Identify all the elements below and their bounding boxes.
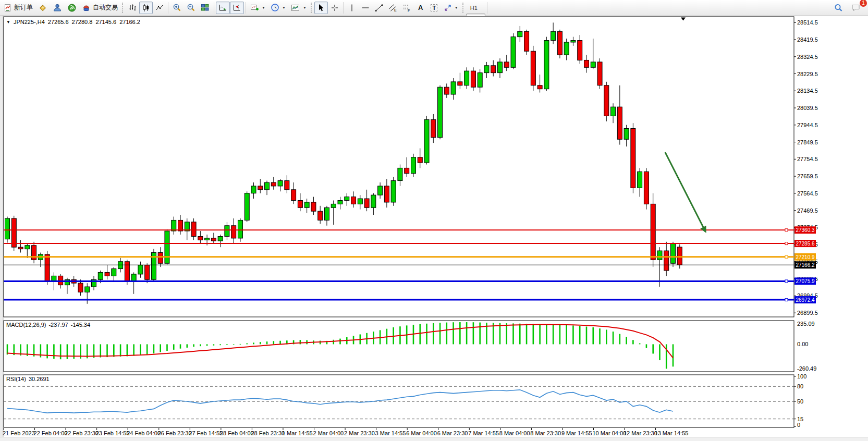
collapse-icon[interactable]: ▼ xyxy=(6,20,10,24)
candle-body xyxy=(78,283,83,292)
auto-scroll-button[interactable] xyxy=(216,2,230,14)
time-label: 24 Feb 04:00 xyxy=(127,430,161,436)
candle-body xyxy=(378,186,383,195)
toolbar-grip xyxy=(311,3,313,13)
search-button[interactable] xyxy=(831,2,846,14)
vertical-line-tool-button[interactable] xyxy=(345,2,359,14)
candle-body xyxy=(604,85,609,116)
auto-trading-button[interactable]: 自动交易 xyxy=(79,2,120,14)
zoom-out-icon xyxy=(187,3,195,12)
candle xyxy=(597,58,602,89)
cursor-tool-button[interactable] xyxy=(314,2,328,14)
candle xyxy=(411,154,415,177)
candle-body xyxy=(85,287,90,292)
candle-body xyxy=(418,157,422,163)
candle-body xyxy=(411,157,415,174)
time-axis[interactable]: 21 Feb 202322 Feb 04:0022 Feb 23:3023 Fe… xyxy=(3,428,688,436)
trendline-tool-button[interactable] xyxy=(372,2,386,14)
candle-body xyxy=(65,279,69,285)
line-chart-icon xyxy=(155,4,164,12)
candle-body xyxy=(424,119,429,163)
candle-body xyxy=(238,220,242,238)
macd-bar xyxy=(200,344,201,346)
macd-bar xyxy=(512,323,514,344)
candle xyxy=(604,82,609,121)
macd-bar xyxy=(133,344,135,356)
timeframe-h1[interactable]: H1 xyxy=(466,2,485,14)
main-toolbar: 新订单 自动交易 xyxy=(0,0,868,16)
macd-bar xyxy=(339,339,341,345)
price-axis[interactable]: 28514.528419.528324.528229.528134.528039… xyxy=(794,19,818,316)
ohlc-close: 27166.2 xyxy=(119,19,140,25)
candle-body xyxy=(497,62,502,73)
fibo-letter-F: F xyxy=(408,8,410,12)
macd-bar xyxy=(546,324,547,344)
macd-bar xyxy=(426,324,427,345)
zoom-in-button[interactable] xyxy=(170,2,184,14)
price-tick-label: 27564.5 xyxy=(797,190,818,197)
macd-bar xyxy=(219,344,221,345)
signals-button[interactable] xyxy=(65,2,79,14)
macd-bar xyxy=(53,344,55,359)
navigator-button[interactable] xyxy=(35,2,50,14)
price-tick-label: 27754.5 xyxy=(797,156,818,162)
candle-body xyxy=(584,60,589,67)
timeframe-m30[interactable]: M30 xyxy=(466,0,485,2)
time-label: 12 Mar 23:30 xyxy=(624,430,657,436)
candle-body xyxy=(384,186,389,202)
line-handle[interactable] xyxy=(785,255,788,258)
macd-bar xyxy=(260,342,261,344)
candle-body xyxy=(518,31,522,36)
line-chart-type-button[interactable] xyxy=(153,2,166,14)
notifications-button[interactable]: 1 xyxy=(849,2,864,14)
search-icon xyxy=(834,3,843,13)
periods-dropdown[interactable]: ▼ xyxy=(268,2,288,14)
channel-tool-button[interactable]: E xyxy=(386,2,400,14)
macd-bar xyxy=(100,344,101,357)
time-label: 9 Mar 14:55 xyxy=(561,430,592,436)
horizontal-line-tool-button[interactable] xyxy=(359,2,372,14)
candle-body xyxy=(551,31,556,40)
candle xyxy=(524,30,529,55)
chart-shift-button[interactable] xyxy=(230,2,244,14)
bar-chart-type-button[interactable] xyxy=(126,2,139,14)
zoom-out-button[interactable] xyxy=(184,2,198,14)
candle-body xyxy=(211,238,216,241)
chart-canvas[interactable]: 28514.528419.528324.528229.528134.528039… xyxy=(0,16,868,437)
crosshair-tool-button[interactable] xyxy=(328,2,341,14)
line-handle[interactable] xyxy=(785,242,788,245)
rsi-axis-label: 80 xyxy=(797,383,803,389)
line-handle[interactable] xyxy=(785,229,788,231)
toolbar-separator xyxy=(487,2,487,14)
line-handle[interactable] xyxy=(785,280,788,283)
new-order-button[interactable]: 新订单 xyxy=(1,2,35,14)
macd-bar xyxy=(46,344,48,358)
community-button[interactable] xyxy=(50,2,65,14)
candle-body xyxy=(531,51,535,85)
fibonacci-tool-button[interactable]: F xyxy=(400,2,414,14)
crosshair-icon xyxy=(331,4,339,12)
hline-tag: 26972.4 xyxy=(794,296,816,303)
tile-windows-button[interactable] xyxy=(198,2,212,14)
text-tool-button[interactable]: A xyxy=(414,2,427,14)
macd-bar xyxy=(246,344,248,345)
candlestick-chart-type-button[interactable] xyxy=(139,2,153,14)
candle-body xyxy=(491,66,496,73)
candle-body xyxy=(638,172,642,188)
new-chart-dropdown[interactable]: ▼ xyxy=(248,2,268,14)
text-label-tool-button[interactable]: T xyxy=(427,2,441,14)
macd-bar xyxy=(193,344,194,347)
auto-scroll-icon xyxy=(218,4,227,12)
candle-body xyxy=(218,236,223,241)
candle-body xyxy=(671,243,676,263)
status-bar xyxy=(0,437,868,441)
macd-bar xyxy=(586,327,588,345)
macd-bar xyxy=(453,322,454,344)
candle-body xyxy=(198,236,203,240)
candle xyxy=(671,242,676,267)
templates-dropdown[interactable]: ▼ xyxy=(288,2,309,14)
current-price-tag-label: 27166.2 xyxy=(796,262,815,268)
arrows-tool-dropdown[interactable]: ▼ xyxy=(441,2,461,14)
line-handle[interactable] xyxy=(785,299,788,301)
toolbar-right-group: 1 xyxy=(831,2,867,14)
